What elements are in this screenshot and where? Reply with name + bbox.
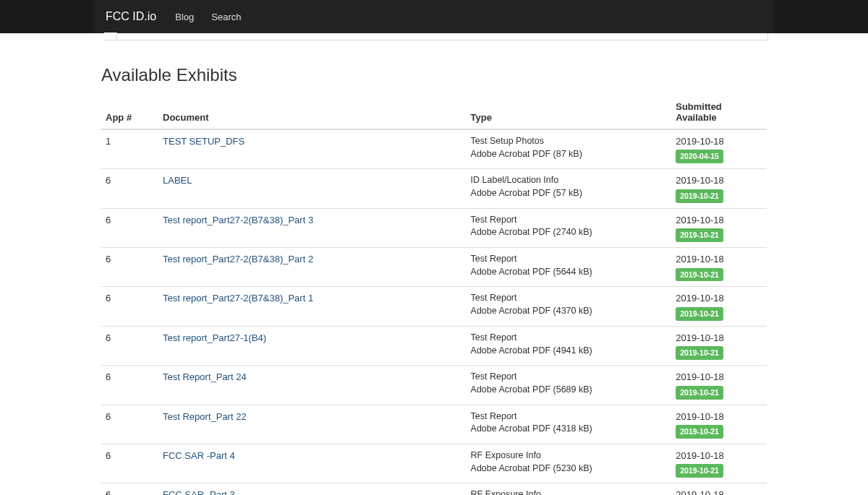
exhibits-table: App # Document Type Submitted Available …: [101, 95, 767, 495]
cell-dates: 2019-10-182019-10-21: [671, 287, 767, 326]
cell-document: Test Report_Part 22: [158, 405, 467, 444]
cell-dates: 2019-10-182019-10-21: [671, 208, 767, 247]
document-link[interactable]: Test Report_Part 24: [163, 371, 247, 382]
cell-document: TEST SETUP_DFS: [158, 129, 467, 169]
table-row: 6Test Report_Part 24Test ReportAdobe Acr…: [101, 366, 767, 405]
document-link[interactable]: FCC SAR -Part 4: [163, 450, 235, 461]
exhibit-type: Test Report: [471, 292, 668, 305]
cell-type: Test ReportAdobe Acrobat PDF (2740 kB): [467, 208, 672, 247]
exhibit-type: RF Exposure Info: [471, 488, 668, 495]
exhibit-type: Test Report: [471, 214, 668, 227]
cell-document: FCC SAR -Part 4: [158, 444, 467, 483]
available-date-badge: 2019-10-21: [676, 386, 723, 400]
exhibit-format: Adobe Acrobat PDF (5689 kB): [471, 384, 668, 397]
cell-dates: 2019-10-182019-10-21: [671, 326, 767, 365]
page-content: Available Exhibits App # Document Type S…: [94, 33, 774, 495]
document-link[interactable]: FCC SAR -Part 3: [163, 489, 235, 495]
exhibit-format: Adobe Acrobat PDF (57 kB): [471, 187, 668, 200]
document-link[interactable]: Test report_Part27-2(B7&38)_Part 2: [163, 254, 313, 264]
cell-document: Test Report_Part 24: [158, 366, 467, 405]
available-date-badge: 2019-10-21: [676, 346, 723, 360]
submitted-date: 2019-10-18: [676, 135, 762, 148]
col-header-app: App #: [101, 95, 158, 129]
exhibit-format: Adobe Acrobat PDF (5644 kB): [471, 266, 668, 279]
table-row: 6Test report_Part27-2(B7&38)_Part 2Test …: [101, 248, 767, 287]
document-link[interactable]: TEST SETUP_DFS: [163, 136, 244, 147]
exhibit-format: Adobe Acrobat PDF (4941 kB): [471, 345, 668, 358]
cell-dates: 2019-10-182020-04-15: [671, 129, 767, 169]
brand-logo[interactable]: FCC ID.io: [106, 10, 156, 23]
exhibit-type: Test Report: [471, 371, 668, 384]
document-link[interactable]: LABEL: [163, 175, 192, 186]
col-header-submitted-available: Submitted Available: [671, 95, 767, 129]
cell-app: 1: [101, 129, 158, 169]
cell-type: Test ReportAdobe Acrobat PDF (4370 kB): [467, 287, 672, 326]
cell-type: RF Exposure InfoAdobe Acrobat PDF (1770 …: [467, 483, 672, 495]
available-date-badge: 2020-04-15: [676, 150, 723, 163]
submitted-date: 2019-10-18: [676, 488, 762, 495]
submitted-date: 2019-10-18: [676, 174, 762, 187]
exhibit-format: Adobe Acrobat PDF (87 kB): [471, 148, 668, 161]
cell-type: Test ReportAdobe Acrobat PDF (4318 kB): [467, 405, 672, 444]
cell-app: 6: [101, 366, 158, 405]
table-row: 6FCC SAR -Part 4RF Exposure InfoAdobe Ac…: [101, 444, 767, 483]
submitted-date: 2019-10-18: [676, 214, 762, 227]
cell-dates: 2019-10-182019-10-21: [671, 169, 767, 208]
exhibit-type: Test Report: [471, 332, 668, 345]
available-date-badge: 2019-10-21: [676, 268, 723, 282]
available-date-badge: 2019-10-21: [676, 307, 723, 321]
exhibit-type: Test Report: [471, 253, 668, 266]
exhibit-type: ID Label/Location Info: [471, 174, 668, 187]
cell-dates: 2019-10-182019-10-21: [671, 444, 767, 483]
document-link[interactable]: Test Report_Part 22: [163, 411, 247, 422]
available-date-badge: 2019-10-21: [676, 228, 723, 242]
exhibit-type: Test Setup Photos: [471, 135, 668, 148]
exhibit-format: Adobe Acrobat PDF (4318 kB): [471, 423, 668, 436]
cell-dates: 2019-10-182019-10-21: [671, 366, 767, 405]
exhibit-format: Adobe Acrobat PDF (2740 kB): [471, 226, 668, 239]
cell-type: ID Label/Location InfoAdobe Acrobat PDF …: [467, 169, 672, 208]
submitted-date: 2019-10-18: [676, 410, 762, 423]
cell-app: 6: [101, 287, 158, 326]
col-header-document: Document: [158, 95, 467, 129]
section-title: Available Exhibits: [101, 65, 767, 85]
nav-link-blog[interactable]: Blog: [175, 12, 194, 22]
cell-type: RF Exposure InfoAdobe Acrobat PDF (5230 …: [467, 444, 672, 483]
cell-type: Test ReportAdobe Acrobat PDF (5689 kB): [467, 366, 672, 405]
available-date-badge: 2019-10-21: [676, 189, 723, 203]
document-link[interactable]: Test report_Part27-2(B7&38)_Part 1: [163, 293, 313, 304]
cell-document: Test report_Part27-2(B7&38)_Part 1: [158, 287, 467, 326]
col-header-type: Type: [467, 95, 672, 129]
nav-link-search[interactable]: Search: [211, 12, 241, 22]
table-row: 6Test report_Part27-1(B4)Test ReportAdob…: [101, 326, 767, 365]
cell-document: LABEL: [158, 169, 467, 208]
submitted-date: 2019-10-18: [676, 371, 762, 384]
table-row: 6LABELID Label/Location InfoAdobe Acroba…: [101, 169, 767, 208]
cell-app: 6: [101, 169, 158, 208]
cell-app: 6: [101, 326, 158, 365]
available-date-badge: 2019-10-21: [676, 464, 723, 478]
cell-app: 6: [101, 248, 158, 287]
table-row: 6Test Report_Part 22Test ReportAdobe Acr…: [101, 405, 767, 444]
table-row: 6FCC SAR -Part 3RF Exposure InfoAdobe Ac…: [101, 483, 767, 495]
table-row: 6Test report_Part27-2(B7&38)_Part 1Test …: [101, 287, 767, 326]
exhibit-type: RF Exposure Info: [471, 449, 668, 462]
cell-document: FCC SAR -Part 3: [158, 483, 467, 495]
submitted-date: 2019-10-18: [676, 332, 762, 345]
document-link[interactable]: Test report_Part27-2(B7&38)_Part 3: [163, 215, 313, 225]
cell-dates: 2019-10-182019-10-21: [671, 483, 767, 495]
cell-dates: 2019-10-182019-10-21: [671, 248, 767, 287]
table-row: 6Test report_Part27-2(B7&38)_Part 3Test …: [101, 208, 767, 247]
document-link[interactable]: Test report_Part27-1(B4): [163, 332, 266, 343]
cell-app: 6: [101, 444, 158, 483]
submitted-date: 2019-10-18: [676, 292, 762, 305]
cell-app: 6: [101, 483, 158, 495]
cell-type: Test ReportAdobe Acrobat PDF (5644 kB): [467, 248, 672, 287]
cell-document: Test report_Part27-1(B4): [158, 326, 467, 365]
table-row: 1TEST SETUP_DFSTest Setup PhotosAdobe Ac…: [101, 129, 767, 169]
available-date-badge: 2019-10-21: [676, 425, 723, 439]
cell-app: 6: [101, 405, 158, 444]
cell-document: Test report_Part27-2(B7&38)_Part 2: [158, 248, 467, 287]
navbar-outer: FCC ID.io Blog Search: [0, 0, 868, 33]
cell-type: Test Setup PhotosAdobe Acrobat PDF (87 k…: [467, 129, 672, 169]
